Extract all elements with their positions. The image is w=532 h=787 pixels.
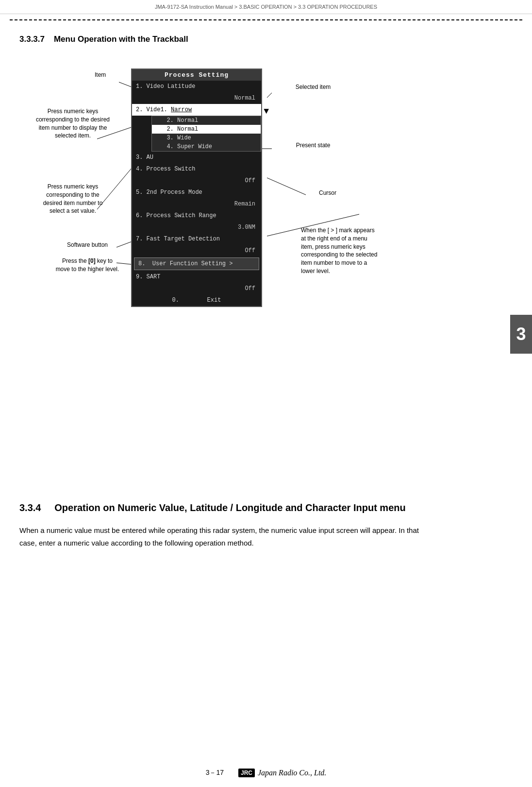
menu-item-5: 5. 2nd Process Mode <box>132 187 261 198</box>
menu-item-5-value: Remain <box>132 198 261 210</box>
footer: 3－17 JRC Japan Radio Co., Ltd. <box>0 769 532 777</box>
footer-logo: JRC Japan Radio Co., Ltd. <box>238 769 326 777</box>
jrc-box: JRC <box>238 769 255 777</box>
page-content: 3.3.3.7 Menu Operation with the Trackbal… <box>0 26 532 559</box>
header: JMA-9172-SA Instruction Manual > 3.BASIC… <box>0 0 532 14</box>
menu-item-9-value: Off <box>132 283 261 294</box>
present-state-annotation: Present state <box>269 141 357 150</box>
chapter-tab: 3 <box>510 315 532 354</box>
menu-item-1: 1. Video Latitude <box>132 81 261 92</box>
section-334-body: When a numeric value must be entered whi… <box>19 524 437 549</box>
menu-screen: Process Setting 1. Video Latitude Normal… <box>131 68 262 307</box>
menu-title: Process Setting <box>132 69 261 81</box>
selected-item-annotation: Selected item <box>269 83 357 91</box>
menu-item-7: 7. Fast Target Detection <box>132 233 261 245</box>
ann1-annotation: Press numeric keyscorresponding to the d… <box>24 107 121 140</box>
press-0-annotation: Press the [0] key tomove to the higher l… <box>39 257 136 274</box>
header-text: JMA-9172-SA Instruction Manual > 3.BASIC… <box>155 4 377 10</box>
company-name: Japan Radio Co., Ltd. <box>258 769 326 777</box>
ann2-annotation: Press numeric keyscorresponding to thede… <box>24 183 121 215</box>
menu-item-6: 6. Process Switch Range <box>132 210 261 222</box>
section-337-heading: 3.3.3.7 Menu Operation with the Trackbal… <box>19 34 513 44</box>
menu-item-6-value: 3.0NM <box>132 222 261 233</box>
menu-item-7-value: Off <box>132 245 261 257</box>
menu-item-1-value: Normal <box>132 92 261 104</box>
menu-item-3: 3. AU <box>132 152 261 163</box>
lower-level-annotation: When the [ > ] mark appearsat the right … <box>301 226 413 275</box>
dropdown-1: 2. Normal <box>152 116 261 125</box>
item-annotation: Item <box>95 71 106 79</box>
dropdown-3: 3. Wide <box>152 134 261 142</box>
dropdown-4: 4. Super Wide <box>152 142 261 151</box>
dashed-divider <box>0 17 532 23</box>
section-334-heading: 3.3.4 Operation on Numeric Value, Latitu… <box>19 501 513 514</box>
section-334: 3.3.4 Operation on Numeric Value, Latitu… <box>19 501 513 549</box>
menu-item-4-value: Off <box>132 175 261 187</box>
menu-item-0: 0. Exit <box>132 294 261 306</box>
menu-item-9: 9. SART <box>132 271 261 283</box>
menu-item-8[interactable]: 8. User Function Setting > <box>134 257 259 270</box>
dropdown-2: 2. Normal <box>152 125 261 134</box>
cursor-annotation: Cursor <box>289 189 366 197</box>
software-button-annotation: Software button <box>49 241 126 249</box>
menu-item-4: 4. Process Switch <box>132 163 261 175</box>
menu-item-2: 2. Vide1. Narrow ▼ <box>132 104 261 116</box>
page-number: 3－17 <box>206 769 224 777</box>
diagram-area: Item Press numeric keyscorresponding to … <box>19 54 513 307</box>
svg-line-3 <box>267 93 272 98</box>
